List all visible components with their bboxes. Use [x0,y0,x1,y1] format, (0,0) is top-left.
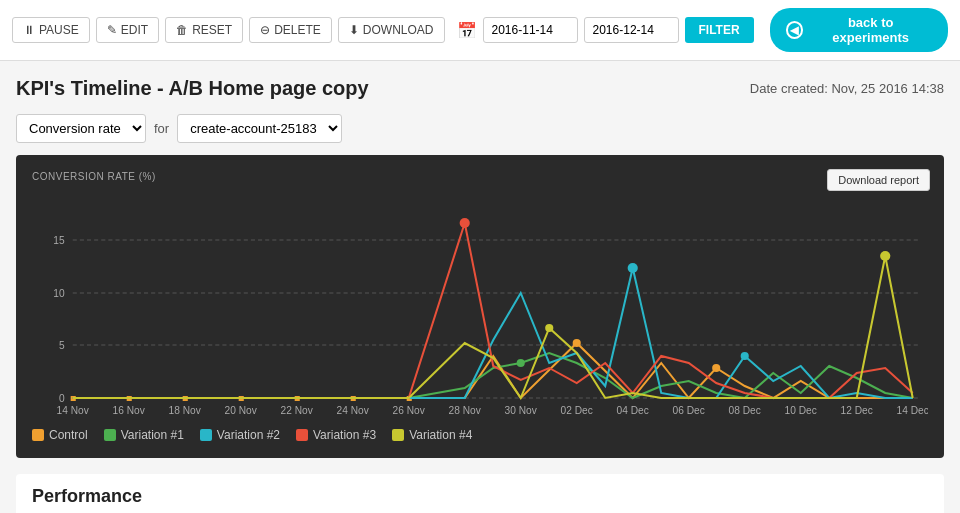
legend-variation1-dot [104,429,116,441]
svg-point-33 [741,352,749,360]
svg-text:22 Nov: 22 Nov [281,405,313,416]
metric-select[interactable]: Conversion rate [16,114,146,143]
legend-variation1: Variation #1 [104,428,184,442]
date-filter-area: 📅 FILTER [457,17,754,43]
control-line [73,343,913,398]
for-label: for [154,121,169,136]
reset-button[interactable]: 🗑 RESET [165,17,243,43]
edit-button[interactable]: ✎ EDIT [96,17,159,43]
download-button[interactable]: ⬇ DOWNLOAD [338,17,445,43]
svg-text:26 Nov: 26 Nov [393,405,425,416]
svg-text:10 Dec: 10 Dec [785,405,817,416]
chart-container: CONVERSION RATE (%) Download report 0 5 … [16,155,944,458]
svg-text:04 Dec: 04 Dec [617,405,649,416]
svg-text:12 Dec: 12 Dec [841,405,873,416]
legend-variation4-label: Variation #4 [409,428,472,442]
edit-label: EDIT [121,23,148,37]
svg-text:14 Nov: 14 Nov [57,405,89,416]
svg-text:18 Nov: 18 Nov [169,405,201,416]
svg-text:08 Dec: 08 Dec [729,405,761,416]
svg-text:30 Nov: 30 Nov [505,405,537,416]
variation3-line [73,223,913,398]
legend-variation4-dot [392,429,404,441]
svg-text:06 Dec: 06 Dec [673,405,705,416]
legend-control: Control [32,428,88,442]
svg-text:14 Dec: 14 Dec [897,405,928,416]
pause-icon: ⏸ [23,23,35,37]
edit-icon: ✎ [107,23,117,37]
chart-legend: Control Variation #1 Variation #2 Variat… [32,428,928,442]
y-label-0: 0 [59,393,65,404]
main-content: KPI's Timeline - A/B Home page copy Date… [0,61,960,513]
reset-icon: 🗑 [176,23,188,37]
svg-text:16 Nov: 16 Nov [113,405,145,416]
legend-variation3: Variation #3 [296,428,376,442]
y-label-15: 15 [53,235,65,246]
page-title: KPI's Timeline - A/B Home page copy [16,77,369,100]
svg-point-32 [545,324,553,332]
variation2-line [73,268,913,398]
toolbar: ⏸ PAUSE ✎ EDIT 🗑 RESET ⊖ DELETE ⬇ DOWNLO… [0,0,960,61]
chart-area: 0 5 10 15 14 Nov 16 Nov 18 Nov 20 Nov 22… [32,188,928,418]
svg-point-28 [460,218,470,228]
filter-label: FILTER [699,23,740,37]
svg-text:24 Nov: 24 Nov [337,405,369,416]
performance-section: Performance [16,474,944,513]
controls-row: Conversion rate for create-account-25183 [16,114,944,143]
variation4-line [73,256,913,398]
svg-text:28 Nov: 28 Nov [449,405,481,416]
delete-button[interactable]: ⊖ DELETE [249,17,332,43]
filter-button[interactable]: FILTER [685,17,754,43]
page-header: KPI's Timeline - A/B Home page copy Date… [16,77,944,100]
back-label: back to experiments [809,15,932,45]
pause-label: PAUSE [39,23,79,37]
legend-variation2: Variation #2 [200,428,280,442]
pause-button[interactable]: ⏸ PAUSE [12,17,90,43]
performance-title: Performance [32,486,928,507]
svg-point-34 [712,364,720,372]
legend-variation2-label: Variation #2 [217,428,280,442]
date-from-input[interactable] [483,17,578,43]
svg-text:02 Dec: 02 Dec [561,405,593,416]
download-label: DOWNLOAD [363,23,434,37]
y-label-10: 10 [53,288,65,299]
reset-label: RESET [192,23,232,37]
legend-variation1-label: Variation #1 [121,428,184,442]
y-label-5: 5 [59,340,65,351]
chart-y-axis-label: CONVERSION RATE (%) [32,171,928,182]
legend-variation3-label: Variation #3 [313,428,376,442]
date-to-input[interactable] [584,17,679,43]
svg-text:20 Nov: 20 Nov [225,405,257,416]
svg-point-30 [517,359,525,367]
legend-variation4: Variation #4 [392,428,472,442]
chart-svg: 0 5 10 15 14 Nov 16 Nov 18 Nov 20 Nov 22… [32,188,928,418]
calendar-icon: 📅 [457,21,477,40]
legend-control-dot [32,429,44,441]
delete-icon: ⊖ [260,23,270,37]
legend-control-label: Control [49,428,88,442]
back-arrow-icon: ◀ [786,21,804,39]
delete-label: DELETE [274,23,321,37]
date-created: Date created: Nov, 25 2016 14:38 [750,81,944,96]
goal-select[interactable]: create-account-25183 [177,114,342,143]
legend-variation3-dot [296,429,308,441]
back-to-experiments-button[interactable]: ◀ back to experiments [770,8,948,52]
download-icon: ⬇ [349,23,359,37]
legend-variation2-dot [200,429,212,441]
svg-point-27 [628,263,638,273]
svg-point-31 [880,251,890,261]
svg-point-29 [573,339,581,347]
